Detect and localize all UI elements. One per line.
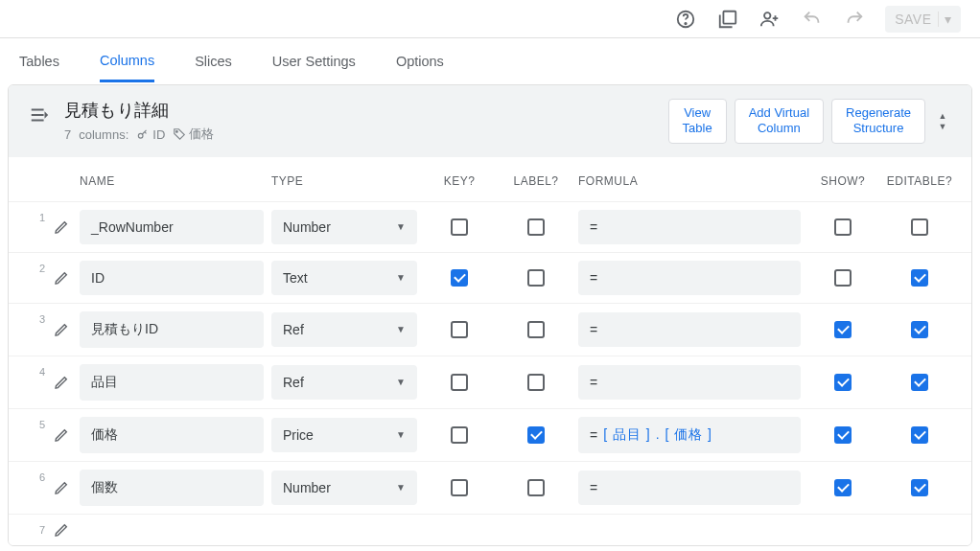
chevron-down-icon: ▼ bbox=[396, 377, 406, 387]
label-checkbox[interactable] bbox=[527, 374, 545, 391]
panel-subtitle: 7 columns: ID 価格 bbox=[64, 126, 655, 143]
tab-tables[interactable]: Tables bbox=[19, 42, 59, 80]
type-select[interactable]: Ref▼ bbox=[271, 312, 417, 347]
th-editable: EDITABLE? bbox=[881, 174, 958, 188]
name-input[interactable]: 個数 bbox=[80, 470, 264, 506]
name-input[interactable]: ID bbox=[80, 261, 264, 295]
th-name: NAME bbox=[76, 174, 268, 188]
undo-icon[interactable] bbox=[801, 8, 824, 31]
expand-collapse-toggle[interactable]: ▲ ▼ bbox=[933, 111, 952, 131]
chevron-down-icon: ▼ bbox=[939, 122, 947, 131]
chevron-down-icon: ▼ bbox=[396, 272, 406, 283]
row-number: 5 bbox=[18, 417, 47, 430]
library-icon[interactable] bbox=[716, 8, 739, 31]
name-input[interactable]: _RowNumber bbox=[80, 210, 264, 244]
th-show: SHOW? bbox=[805, 174, 881, 188]
tab-user-settings[interactable]: User Settings bbox=[272, 42, 356, 80]
edit-icon[interactable] bbox=[47, 480, 76, 495]
key-checkbox[interactable] bbox=[451, 374, 468, 391]
table-row: 1_RowNumberNumber▼= bbox=[9, 201, 971, 252]
formula-input[interactable]: = bbox=[578, 261, 801, 295]
key-checkbox[interactable] bbox=[451, 321, 468, 338]
editable-checkbox[interactable] bbox=[911, 479, 928, 496]
add-virtual-column-button[interactable]: Add Virtual Column bbox=[735, 99, 824, 144]
label-checkbox[interactable] bbox=[527, 479, 545, 496]
show-checkbox[interactable] bbox=[834, 374, 852, 391]
chevron-down-icon: ▼ bbox=[396, 324, 406, 334]
edit-icon[interactable] bbox=[47, 375, 76, 390]
key-checkbox[interactable] bbox=[451, 426, 468, 444]
formula-input[interactable]: = bbox=[578, 471, 801, 505]
row-number: 3 bbox=[18, 311, 47, 325]
key-meta: ID bbox=[136, 127, 165, 142]
panel-title: 見積もり詳細 bbox=[64, 99, 655, 122]
svg-point-1 bbox=[685, 22, 686, 23]
chevron-down-icon: ▼ bbox=[396, 429, 406, 440]
editable-checkbox[interactable] bbox=[911, 269, 928, 287]
svg-point-3 bbox=[764, 12, 770, 18]
edit-icon[interactable] bbox=[47, 427, 76, 443]
type-select[interactable]: Price▼ bbox=[271, 418, 417, 452]
table-row: 3見積もりIDRef▼= bbox=[9, 303, 971, 356]
name-input[interactable]: 品目 bbox=[80, 364, 264, 401]
name-input[interactable]: 見積もりID bbox=[80, 311, 264, 348]
type-select[interactable]: Text▼ bbox=[271, 261, 417, 295]
save-label: SAVE bbox=[895, 11, 931, 27]
view-table-button[interactable]: View Table bbox=[668, 99, 727, 144]
chevron-down-icon: ▼ bbox=[396, 221, 406, 232]
th-label: LABEL? bbox=[498, 174, 574, 188]
table-row: 5価格Price▼=[ 品目 ] . [ 価格 ] bbox=[9, 408, 971, 461]
redo-icon[interactable] bbox=[843, 8, 866, 31]
editable-checkbox[interactable] bbox=[911, 374, 928, 391]
save-button[interactable]: SAVE ▾ bbox=[885, 6, 961, 33]
editable-checkbox[interactable] bbox=[911, 218, 928, 236]
table-row: 7 bbox=[9, 514, 971, 545]
label-checkbox[interactable] bbox=[527, 321, 545, 338]
show-checkbox[interactable] bbox=[834, 321, 852, 338]
show-checkbox[interactable] bbox=[834, 479, 852, 496]
tab-options[interactable]: Options bbox=[396, 42, 444, 80]
formula-input[interactable]: =[ 品目 ] . [ 価格 ] bbox=[578, 417, 801, 453]
row-number: 1 bbox=[18, 210, 47, 223]
label-checkbox[interactable] bbox=[527, 426, 545, 444]
edit-icon[interactable] bbox=[47, 270, 76, 286]
type-select[interactable]: Number▼ bbox=[271, 210, 417, 244]
th-key: KEY? bbox=[421, 174, 498, 188]
formula-reference: [ 品目 ] . [ 価格 ] bbox=[603, 426, 712, 444]
key-checkbox[interactable] bbox=[451, 269, 468, 287]
row-number: 4 bbox=[18, 364, 47, 378]
columns-panel: 見積もり詳細 7 columns: ID 価格 View Table Add V… bbox=[8, 84, 972, 546]
show-checkbox[interactable] bbox=[834, 426, 852, 444]
type-select[interactable]: Ref▼ bbox=[271, 365, 417, 400]
label-checkbox[interactable] bbox=[527, 218, 545, 236]
th-type: TYPE bbox=[268, 174, 421, 188]
save-dropdown-icon[interactable]: ▾ bbox=[938, 11, 952, 27]
key-icon bbox=[136, 127, 150, 141]
show-checkbox[interactable] bbox=[834, 218, 852, 236]
label-meta: 価格 bbox=[173, 126, 214, 143]
edit-icon[interactable] bbox=[47, 322, 76, 337]
tab-columns[interactable]: Columns bbox=[100, 41, 154, 82]
tab-slices[interactable]: Slices bbox=[195, 42, 232, 80]
edit-icon[interactable] bbox=[47, 219, 76, 235]
regenerate-structure-button[interactable]: Regenerate Structure bbox=[831, 99, 925, 144]
type-select[interactable]: Number▼ bbox=[271, 471, 417, 505]
show-checkbox[interactable] bbox=[834, 269, 852, 287]
formula-input[interactable]: = bbox=[578, 312, 801, 347]
name-input[interactable]: 価格 bbox=[80, 417, 264, 453]
key-checkbox[interactable] bbox=[451, 479, 468, 496]
top-toolbar: SAVE ▾ bbox=[0, 0, 980, 38]
table-header: NAME TYPE KEY? LABEL? FORMULA SHOW? EDIT… bbox=[9, 157, 971, 201]
formula-input[interactable]: = bbox=[578, 210, 801, 244]
label-checkbox[interactable] bbox=[527, 269, 545, 287]
editable-checkbox[interactable] bbox=[911, 321, 928, 338]
editable-checkbox[interactable] bbox=[911, 426, 928, 444]
formula-input[interactable]: = bbox=[578, 365, 801, 400]
columns-suffix: columns: bbox=[79, 127, 128, 142]
key-checkbox[interactable] bbox=[451, 218, 468, 236]
panel-actions: View Table Add Virtual Column Regenerate… bbox=[668, 99, 952, 144]
collapse-icon[interactable] bbox=[28, 103, 51, 126]
help-icon[interactable] bbox=[674, 8, 697, 31]
add-user-icon[interactable] bbox=[758, 8, 782, 31]
edit-icon[interactable] bbox=[47, 522, 76, 538]
